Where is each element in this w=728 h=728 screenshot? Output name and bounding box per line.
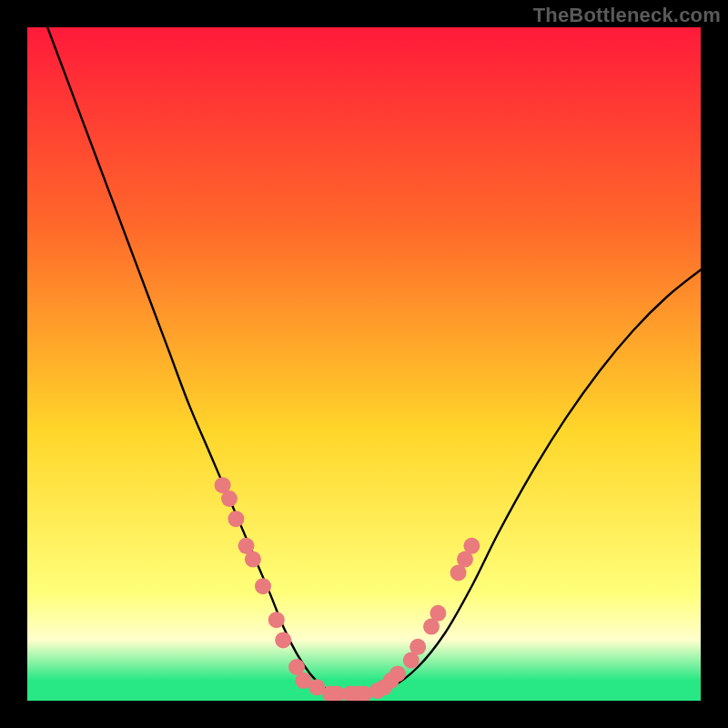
chart-stage: TheBottleneck.com: [0, 0, 728, 728]
watermark-text: TheBottleneck.com: [533, 4, 721, 27]
plot-area: [27, 27, 701, 701]
gradient-background: [27, 27, 701, 701]
svg-rect-0: [27, 27, 701, 701]
